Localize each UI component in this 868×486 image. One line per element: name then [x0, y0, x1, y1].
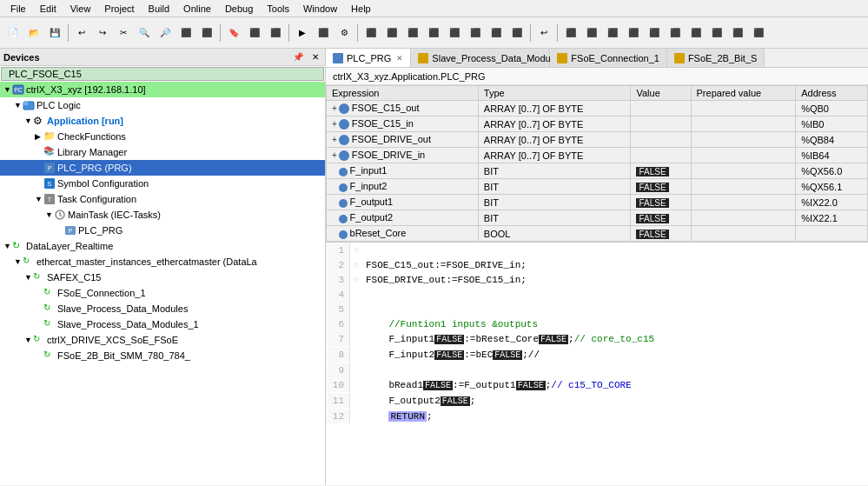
line-content-5 [362, 302, 868, 303]
menu-window[interactable]: Window [296, 2, 344, 16]
expand-btn[interactable]: + [332, 103, 337, 113]
code-line-11: 11 F_output2FALSE; [326, 393, 868, 409]
expand-btn[interactable]: + [332, 150, 337, 160]
tree-item-plcprg2[interactable]: P PLC_PRG [0, 223, 325, 238]
table-row[interactable]: F_input1 BIT FALSE %QX56.0 [327, 163, 868, 179]
toolbar-debug2[interactable]: ⬛ [361, 23, 381, 43]
tree-item-ctrlxdrive[interactable]: ▼ ↻ ctrlX_DRIVE_XCS_SoE_FSoE [0, 332, 325, 348]
toolbar-find2[interactable]: 🔎 [156, 23, 175, 43]
toolbar-debug5[interactable]: ⬛ [424, 23, 443, 43]
toolbar-misc5[interactable]: ⬛ [624, 23, 643, 43]
toolbar-btn5[interactable]: ⬛ [197, 23, 216, 43]
tree-item-fsoeconn[interactable]: ↻ FSoE_Connection_1 [0, 285, 325, 301]
cell-prepared [691, 179, 796, 195]
tree-arrow7 [35, 179, 43, 188]
table-row[interactable]: F_output1 BIT FALSE %IX22.0 [327, 195, 868, 210]
tab-fsoe2b[interactable]: FSoE_2B_Bit_S [667, 49, 765, 67]
tab-plcprg[interactable]: PLC_PRG ✕ [326, 49, 411, 68]
tree-item-ethercat[interactable]: ▼ ↻ ethercat_master_instances_ethercatma… [0, 254, 325, 270]
cell-address: %IX22.0 [796, 195, 868, 210]
menu-build[interactable]: Build [142, 2, 176, 16]
tree-item-ctrl[interactable]: ▼ PC ctrlX_X3_xyz [192.168.1.10] [0, 82, 325, 97]
menu-online[interactable]: Online [176, 2, 218, 16]
tree-item-plclogic[interactable]: ▼ PLC Logic [0, 97, 325, 113]
menu-project[interactable]: Project [97, 2, 141, 16]
toolbar-misc8[interactable]: ⬛ [686, 23, 706, 43]
toolbar-debug4[interactable]: ⬛ [403, 23, 422, 43]
tree-item-check[interactable]: ▶ 📁 CheckFunctions [0, 129, 325, 144]
menu-file[interactable]: File [3, 2, 33, 16]
expand-btn[interactable]: + [332, 135, 337, 144]
tree-item-libman[interactable]: 📚 Library Manager [0, 144, 325, 160]
toolbar-debug7[interactable]: ⬛ [466, 23, 485, 43]
tree-item-safex[interactable]: ▼ ↻ SAFEX_C15 [0, 270, 325, 285]
table-row[interactable]: +FSOE_C15_in ARRAY [0..7] OF BYTE %IB0 [327, 117, 868, 132]
menu-debug[interactable]: Debug [218, 2, 260, 16]
table-row[interactable]: F_input2 BIT FALSE %QX56.1 [327, 179, 868, 195]
code-area[interactable]: 1 ○ 2 ○ FSOE_C15_out:=FSOE_DRIVE_in; 3 ○… [326, 243, 868, 485]
table-row[interactable]: F_output2 BIT FALSE %IX22.1 [327, 210, 868, 226]
variable-table-container[interactable]: Expression Type Value Prepared value Add… [326, 85, 868, 243]
slave2-icon: ↻ [43, 318, 56, 330]
toolbar-bookmark[interactable]: 🔖 [224, 23, 243, 43]
app-icon: ⚙ [33, 115, 45, 127]
toolbar-bookmark3[interactable]: ⬛ [266, 23, 285, 43]
toolbar-misc11[interactable]: ⬛ [749, 23, 768, 43]
menu-view[interactable]: View [63, 2, 98, 16]
toolbar-redo[interactable]: ↪ [93, 23, 112, 43]
toolbar-debug3[interactable]: ⬛ [382, 23, 401, 43]
tree-item-symconf[interactable]: S Symbol Configuration [0, 176, 325, 191]
tree-item-plcprg[interactable]: P PLC_PRG (PRG) [0, 160, 325, 176]
var-icon-small [339, 230, 348, 239]
toolbar-open[interactable]: 📂 [24, 23, 43, 43]
tree-label-ctrl: ctrlX_X3_xyz [192.168.1.10] [26, 84, 146, 95]
toolbar-misc9[interactable]: ⬛ [707, 23, 726, 43]
tree-item-app[interactable]: ▼ ⚙ Application [run] [0, 113, 325, 129]
panel-pin[interactable]: 📌 [290, 52, 306, 62]
menu-tools[interactable]: Tools [260, 2, 296, 16]
toolbar-bookmark2[interactable]: ⬛ [245, 23, 264, 43]
toolbar-misc4[interactable]: ⬛ [603, 23, 622, 43]
toolbar-run[interactable]: ▶ [293, 23, 312, 43]
toolbar-misc1[interactable]: ↩ [534, 23, 553, 43]
tab-close-plcprg[interactable]: ✕ [396, 54, 403, 63]
tab-fsoeconn[interactable]: FSoE_Connection_1 [550, 49, 667, 67]
toolbar-debug1[interactable]: ⚙ [335, 23, 354, 43]
toolbar-cut[interactable]: ✂ [114, 23, 133, 43]
expand-btn[interactable]: + [332, 119, 337, 129]
toolbar-misc7[interactable]: ⬛ [666, 23, 685, 43]
menu-edit[interactable]: Edit [33, 2, 63, 16]
toolbar-misc3[interactable]: ⬛ [582, 23, 601, 43]
table-row[interactable]: +FSOE_C15_out ARRAY [0..7] OF BYTE %QB0 [327, 101, 868, 117]
toolbar-find[interactable]: 🔍 [135, 23, 154, 43]
toolbar-new[interactable]: 📄 [3, 23, 23, 43]
tree-item-taskconf[interactable]: ▼ T Task Configuration [0, 191, 325, 207]
toolbar-debug8[interactable]: ⬛ [487, 23, 506, 43]
toolbar-debug6[interactable]: ⬛ [445, 23, 464, 43]
tree-item-datalayer[interactable]: ▼ ↻ DataLayer_Realtime [0, 238, 325, 254]
tree-item-maintask[interactable]: ▼ MainTask (IEC-Tasks) [0, 207, 325, 223]
cell-address [796, 226, 868, 242]
toolbar-undo[interactable]: ↩ [72, 23, 91, 43]
tab-slave[interactable]: Slave_Process_Data_Modules_1 [411, 49, 550, 67]
main-layout: Devices 📌 ✕ PLC_FSOE_C15 ▼ PC ctrlX_X3_x… [0, 49, 868, 485]
toolbar-misc2[interactable]: ⬛ [561, 23, 580, 43]
toolbar-sep1 [68, 24, 69, 42]
cell-prepared [691, 195, 796, 210]
table-row[interactable]: +FSOE_DRIVE_in ARRAY [0..7] OF BYTE %IB6… [327, 148, 868, 163]
toolbar-find3[interactable]: ⬛ [176, 23, 195, 43]
table-row[interactable]: bReset_Core BOOL FALSE [327, 226, 868, 242]
tree-item-slave1[interactable]: ↻ Slave_Process_Data_Modules [0, 301, 325, 316]
line-content-12: RETURN; [362, 409, 868, 423]
tree-item-slave2[interactable]: ↻ Slave_Process_Data_Modules_1 [0, 316, 325, 332]
table-row[interactable]: +FSOE_DRIVE_out ARRAY [0..7] OF BYTE %QB… [327, 132, 868, 148]
tree-item-fsoe2b[interactable]: ↻ FSoE_2B_Bit_SMM_780_784_ [0, 348, 325, 363]
false-badge: FALSE [636, 183, 668, 192]
menu-help[interactable]: Help [344, 2, 378, 16]
panel-close[interactable]: ✕ [309, 52, 321, 62]
toolbar-misc10[interactable]: ⬛ [728, 23, 747, 43]
toolbar-save[interactable]: 💾 [45, 23, 64, 43]
toolbar-misc6[interactable]: ⬛ [645, 23, 664, 43]
toolbar-stop[interactable]: ⬛ [314, 23, 333, 43]
toolbar-debug9[interactable]: ⬛ [507, 23, 527, 43]
